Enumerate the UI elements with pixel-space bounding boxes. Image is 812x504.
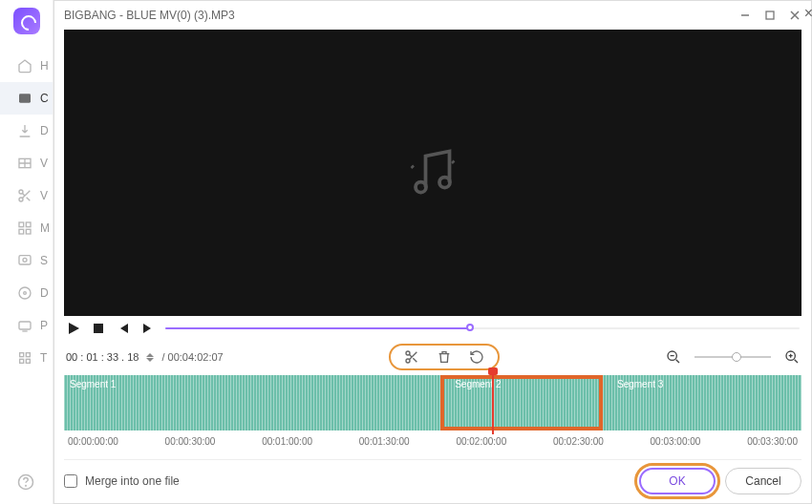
svg-point-9	[23, 258, 27, 262]
collage-icon	[17, 156, 32, 171]
current-time-input[interactable]: 00 : 01 : 33 . 18	[66, 351, 154, 363]
timeline-ruler: 00:00:00:00 00:00:30:00 00:01:00:00 00:0…	[54, 430, 811, 447]
sidebar-label: V	[40, 189, 48, 202]
waveform-area[interactable]: Segment 1 Segment 2 Segment 3	[64, 375, 801, 430]
ruler-tick: 00:00:00:00	[68, 436, 118, 447]
grid-icon	[17, 220, 32, 236]
ok-button[interactable]: OK	[639, 468, 716, 494]
svg-rect-4	[19, 222, 24, 227]
svg-point-3	[19, 198, 23, 201]
zoom-out-button[interactable]	[666, 349, 681, 365]
footer: Merge into one file OK Cancel	[64, 459, 801, 494]
help-icon[interactable]	[17, 473, 34, 491]
outer-close-icon[interactable]: ×	[804, 5, 812, 22]
sidebar-label: M	[40, 221, 50, 235]
sidebar-item-toolbox[interactable]: T	[0, 342, 53, 374]
converter-icon	[17, 91, 32, 106]
apps-icon	[17, 350, 32, 366]
sidebar-label: D	[40, 286, 49, 300]
record-icon	[17, 253, 32, 268]
merge-checkbox-label[interactable]: Merge into one file	[64, 474, 180, 488]
ruler-tick: 00:02:30:00	[553, 436, 604, 447]
zoom-thumb[interactable]	[732, 352, 741, 362]
svg-rect-16	[26, 359, 30, 363]
svg-rect-15	[20, 359, 24, 363]
app-sidebar: H C D V V M S D P T	[0, 0, 53, 504]
play-button[interactable]	[66, 321, 81, 336]
split-tool-group	[389, 344, 500, 370]
svg-rect-12	[19, 322, 31, 329]
ruler-tick: 00:00:30:00	[165, 436, 216, 447]
disc-icon	[17, 285, 32, 301]
sidebar-label: T	[40, 351, 47, 365]
time-up-button[interactable]	[146, 353, 154, 357]
time-down-button[interactable]	[146, 358, 154, 362]
zoom-slider[interactable]	[694, 356, 771, 358]
sidebar-item-editor[interactable]: V	[0, 179, 53, 212]
merge-label-text: Merge into one file	[85, 474, 180, 488]
svg-point-11	[24, 292, 27, 295]
svg-rect-14	[26, 353, 30, 357]
playback-controls	[54, 316, 811, 341]
tv-icon	[17, 318, 32, 333]
zoom-in-button[interactable]	[784, 349, 800, 365]
home-icon	[17, 58, 32, 74]
stop-button[interactable]	[91, 321, 106, 336]
sidebar-item-merger[interactable]: M	[0, 212, 53, 244]
svg-point-2	[19, 190, 23, 194]
prev-button[interactable]	[116, 321, 131, 336]
sidebar-item-screen[interactable]: S	[0, 244, 53, 277]
preview-area	[64, 30, 801, 316]
sidebar-label: C	[40, 92, 49, 105]
sidebar-label: V	[40, 157, 48, 170]
sidebar-label: H	[40, 59, 49, 73]
cancel-button[interactable]: Cancel	[725, 468, 801, 494]
scissors-icon	[17, 188, 32, 203]
ruler-tick: 00:03:30:00	[747, 436, 798, 447]
ruler-tick: 00:01:00:00	[262, 436, 312, 447]
sidebar-item-disc[interactable]: D	[0, 277, 53, 309]
svg-rect-5	[26, 222, 31, 227]
titlebar: BIGBANG - BLUE MV(0) (3).MP3	[54, 1, 811, 30]
ruler-tick: 00:03:00:00	[651, 436, 701, 447]
svg-rect-19	[766, 11, 774, 19]
download-icon	[17, 123, 32, 138]
window-title: BIGBANG - BLUE MV(0) (3).MP3	[64, 9, 738, 22]
app-logo	[13, 8, 40, 34]
sidebar-item-download[interactable]: D	[0, 115, 53, 147]
close-button[interactable]	[788, 9, 801, 22]
svg-point-20	[416, 182, 426, 193]
maximize-button[interactable]	[763, 9, 777, 22]
trim-editor-window: BIGBANG - BLUE MV(0) (3).MP3 × 00 : 01 :…	[53, 0, 812, 504]
sidebar-item-video[interactable]: V	[0, 147, 53, 179]
svg-rect-13	[20, 353, 24, 357]
total-duration: / 00:04:02:07	[161, 351, 223, 363]
svg-rect-22	[94, 324, 103, 333]
current-time-value: 00 : 01 : 33 . 18	[66, 351, 139, 363]
playhead[interactable]	[492, 369, 494, 434]
sidebar-item-home[interactable]: H	[0, 50, 53, 82]
svg-rect-6	[19, 229, 24, 234]
svg-rect-8	[19, 256, 31, 264]
ruler-tick: 00:01:30:00	[359, 436, 410, 447]
segment-label-3: Segment 3	[617, 379, 663, 389]
svg-point-18	[26, 485, 27, 486]
minimize-button[interactable]	[738, 9, 752, 22]
sidebar-label: S	[40, 254, 48, 267]
sidebar-label: P	[40, 319, 48, 332]
seek-thumb[interactable]	[466, 324, 474, 331]
seek-bar[interactable]	[165, 326, 800, 330]
delete-segment-button[interactable]	[437, 349, 452, 365]
segment-label-2: Segment 2	[455, 379, 501, 389]
sidebar-label: D	[40, 124, 49, 137]
svg-rect-7	[26, 229, 31, 234]
svg-point-10	[19, 287, 31, 299]
split-button[interactable]	[404, 349, 419, 365]
ruler-tick: 00:02:00:00	[456, 436, 506, 447]
sidebar-item-player[interactable]: P	[0, 309, 53, 342]
sidebar-item-converter[interactable]: C	[0, 82, 53, 115]
svg-rect-0	[19, 94, 31, 102]
next-button[interactable]	[140, 321, 156, 336]
merge-checkbox[interactable]	[64, 474, 77, 488]
reset-button[interactable]	[469, 349, 484, 365]
